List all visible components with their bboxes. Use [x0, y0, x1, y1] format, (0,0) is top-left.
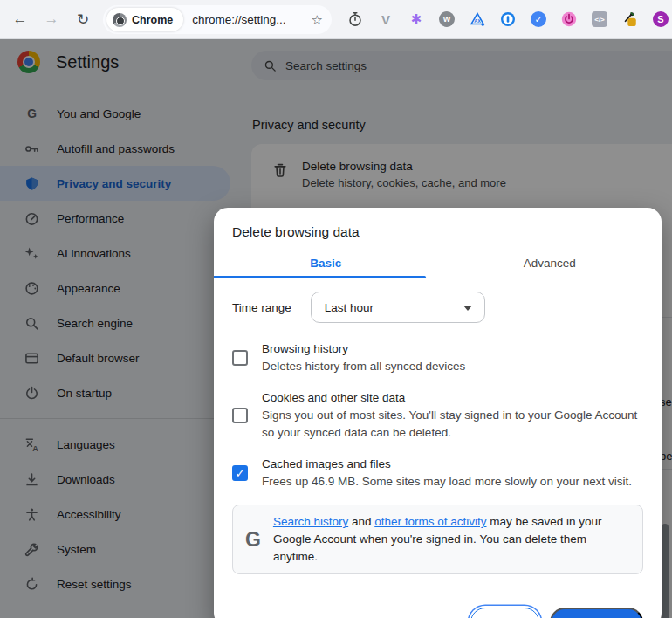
power-badge-icon[interactable] — [561, 11, 577, 27]
notice-text: Search history and other forms of activi… — [273, 513, 630, 566]
browser-window: ← → ↻ Chrome chrome://setting... ☆ V✱WAX… — [0, 0, 672, 618]
tab-advanced[interactable]: Advanced — [438, 252, 662, 278]
google-account-notice: G Search history and other forms of acti… — [232, 505, 643, 574]
row-desc: Signs you out of most sites. You'll stay… — [262, 407, 641, 442]
chip-label: Chrome — [132, 14, 173, 26]
browsing-history-checkbox[interactable]: ✓ — [232, 350, 248, 366]
onepassword-icon[interactable] — [500, 11, 516, 27]
dialog-buttons: Cancel Delete data — [232, 608, 643, 618]
other-activity-link[interactable]: other forms of activity — [374, 515, 486, 528]
timer-icon[interactable] — [347, 11, 363, 27]
time-range-value: Last hour — [325, 301, 374, 314]
bookmark-star-icon[interactable]: ☆ — [312, 12, 323, 28]
time-range-select[interactable]: Last hour — [311, 292, 485, 323]
delete-browsing-data-dialog: Delete browsing data Basic Advanced Time… — [214, 208, 662, 618]
code-icon[interactable]: </> — [592, 11, 607, 27]
back-icon[interactable]: ← — [9, 8, 31, 31]
s-badge-icon[interactable]: S — [653, 11, 669, 27]
axe-devtools-icon[interactable]: AX — [470, 11, 485, 27]
svg-text:AX: AX — [474, 18, 481, 24]
tab-basic[interactable]: Basic — [214, 252, 438, 278]
google-g-icon: G — [245, 528, 261, 552]
vimium-icon[interactable]: V — [378, 11, 394, 27]
chevron-down-icon — [463, 306, 472, 311]
time-range-label: Time range — [232, 301, 291, 314]
check-badge-icon[interactable]: ✓ — [531, 11, 546, 27]
row-label: Cookies and other site data — [262, 389, 641, 407]
extensions-row: V✱WAX✓</>S — [347, 11, 669, 27]
cookies-checkbox[interactable]: ✓ — [232, 408, 248, 423]
eyedropper-icon[interactable] — [622, 11, 638, 27]
row-browsing-history: ✓ Browsing history Deletes history from … — [232, 340, 643, 375]
browser-toolbar: ← → ↻ Chrome chrome://setting... ☆ V✱WAX… — [0, 0, 672, 39]
checkbox-rows: ✓ Browsing history Deletes history from … — [232, 340, 643, 491]
dialog-title: Delete browsing data — [214, 208, 662, 240]
row-cookies: ✓ Cookies and other site data Signs you … — [232, 389, 643, 442]
cached-images-checkbox[interactable]: ✓ — [232, 465, 248, 481]
reload-icon[interactable]: ↻ — [72, 8, 94, 31]
notice-mid: and — [348, 515, 374, 528]
delete-data-button[interactable]: Delete data — [550, 608, 643, 618]
dialog-tabs: Basic Advanced — [214, 252, 662, 278]
forward-icon: → — [40, 8, 63, 31]
chrome-logo-gray-icon — [113, 13, 127, 27]
cancel-button[interactable]: Cancel — [470, 608, 539, 618]
chrome-site-chip[interactable]: Chrome — [106, 8, 183, 31]
row-label: Cached images and files — [262, 456, 641, 473]
row-desc: Frees up 46.9 MB. Some sites may load mo… — [262, 473, 641, 491]
row-desc: Deletes history from all synced devices — [262, 358, 641, 375]
wave-icon[interactable]: W — [439, 11, 455, 27]
time-range-row: Time range Last hour — [232, 292, 643, 323]
row-label: Browsing history — [262, 340, 641, 358]
row-cached-images: ✓ Cached images and files Frees up 46.9 … — [232, 456, 643, 491]
purple-flower-icon[interactable]: ✱ — [408, 11, 424, 27]
address-bar[interactable]: Chrome chrome://setting... ☆ — [103, 5, 332, 34]
search-history-link[interactable]: Search history — [273, 515, 348, 528]
active-tab-underline — [214, 276, 426, 279]
